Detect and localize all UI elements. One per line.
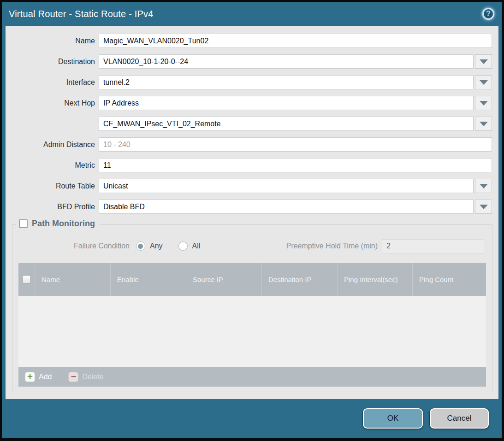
admin-distance-label: Admin Distance: [6, 141, 95, 149]
select-all-cell: [18, 263, 35, 296]
path-monitoring-table: Name Enable Source IP Destination IP Pin…: [18, 263, 486, 387]
dialog-footer: OK Cancel: [2, 399, 502, 438]
metric-label: Metric: [6, 161, 95, 170]
static-route-dialog: Virtual Router - Static Route - IPv4 ? N…: [2, 2, 502, 438]
add-button-label: Add: [39, 373, 52, 381]
route-table-row: Route Table: [6, 179, 492, 193]
route-table-label: Route Table: [6, 182, 95, 190]
interface-row: Interface: [6, 75, 492, 89]
destination-dropdown-button[interactable]: [475, 54, 492, 69]
failure-condition-all-label: All: [192, 242, 201, 250]
failure-condition-row: Failure Condition Any All Preemptive Hol…: [12, 239, 484, 253]
table-toolbar: + Add − Delete: [18, 367, 486, 387]
column-header-source-ip[interactable]: Source IP: [186, 263, 261, 296]
form-panel: Name Destination Interface Next Hop: [6, 26, 498, 399]
column-header-enable[interactable]: Enable: [110, 263, 186, 296]
failure-condition-any-radio[interactable]: [136, 241, 145, 251]
dialog-titlebar: Virtual Router - Static Route - IPv4 ?: [2, 2, 502, 26]
next-hop-type-dropdown-button[interactable]: [475, 96, 492, 110]
path-monitoring-section: Path Monitoring Failure Condition Any Al…: [12, 224, 492, 392]
path-monitoring-checkbox[interactable]: [19, 219, 28, 228]
failure-condition-any-label: Any: [150, 242, 163, 250]
bfd-profile-input[interactable]: [99, 200, 474, 214]
select-all-checkbox[interactable]: [22, 275, 31, 284]
next-hop-label: Next Hop: [6, 99, 95, 107]
name-label: Name: [6, 37, 95, 45]
interface-input[interactable]: [99, 75, 474, 89]
next-hop-address-dropdown-button[interactable]: [475, 117, 492, 131]
bfd-profile-label: BFD Profile: [6, 203, 95, 211]
next-hop-row: Next Hop: [6, 96, 492, 110]
next-hop-type-input[interactable]: [99, 96, 474, 110]
failure-condition-label: Failure Condition: [74, 242, 130, 250]
column-header-name[interactable]: Name: [35, 263, 110, 296]
bfd-profile-row: BFD Profile: [6, 200, 492, 214]
cancel-button[interactable]: Cancel: [430, 408, 489, 429]
route-table-input[interactable]: [99, 179, 474, 193]
destination-row: Destination: [6, 54, 492, 69]
destination-label: Destination: [6, 58, 95, 66]
interface-dropdown-button[interactable]: [475, 75, 492, 89]
column-header-ping-count[interactable]: Ping Count: [412, 263, 486, 296]
metric-row: Metric: [6, 158, 492, 172]
failure-condition-all-radio[interactable]: [178, 241, 188, 251]
metric-input[interactable]: [99, 158, 492, 172]
name-row: Name: [6, 34, 492, 48]
minus-icon: −: [68, 372, 78, 382]
preemptive-hold-label: Preemptive Hold Time (min): [286, 242, 378, 250]
add-button[interactable]: + Add: [25, 372, 52, 382]
help-icon[interactable]: ?: [482, 8, 494, 20]
next-hop-address-row: [6, 117, 492, 131]
column-header-ping-interval[interactable]: Ping Interval(sec): [337, 263, 412, 296]
ok-button[interactable]: OK: [363, 408, 423, 429]
dialog-title: Virtual Router - Static Route - IPv4: [9, 9, 154, 19]
preemptive-hold-input[interactable]: [382, 239, 484, 253]
delete-button[interactable]: − Delete: [68, 372, 103, 382]
route-table-dropdown-button[interactable]: [475, 179, 492, 193]
destination-input[interactable]: [99, 54, 474, 69]
path-monitoring-legend: Path Monitoring: [16, 219, 100, 229]
interface-label: Interface: [6, 78, 95, 87]
delete-button-label: Delete: [82, 373, 103, 381]
admin-distance-row: Admin Distance: [6, 137, 492, 152]
name-input[interactable]: [99, 34, 492, 48]
next-hop-address-input[interactable]: [99, 117, 474, 131]
admin-distance-input[interactable]: [99, 137, 492, 152]
bfd-profile-dropdown-button[interactable]: [475, 200, 492, 214]
table-header-row: Name Enable Source IP Destination IP Pin…: [18, 263, 486, 296]
table-body-empty: [18, 296, 486, 367]
path-monitoring-title: Path Monitoring: [32, 219, 95, 229]
plus-icon: +: [25, 372, 35, 382]
column-header-destination-ip[interactable]: Destination IP: [261, 263, 337, 296]
